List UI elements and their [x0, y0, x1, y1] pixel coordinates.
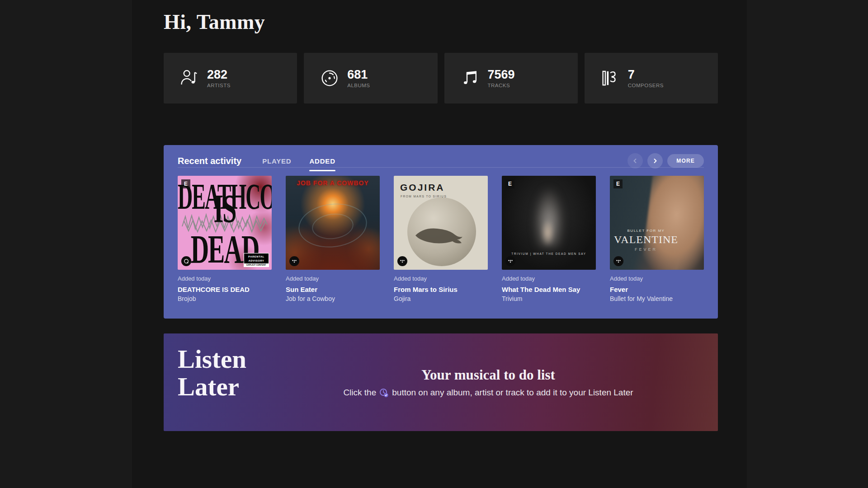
- album-title[interactable]: What The Dead Men Say: [502, 286, 596, 293]
- stat-card-tracks[interactable]: 7569 TRACKS: [444, 53, 578, 103]
- album-card[interactable]: BULLET FOR MY VALENTINE FEVER E Added to…: [610, 176, 704, 302]
- listen-later-title-line1: Listen: [178, 345, 313, 373]
- album-card[interactable]: GOJIRA FROM MARS TO SIRIUS: [394, 176, 488, 302]
- listen-later-subtitle: Click the button on any album, artist or…: [343, 388, 633, 398]
- band-logo-text: BULLET FOR MY VALENTINE FEVER: [613, 229, 679, 252]
- planet-art: [407, 197, 476, 266]
- library-stats-row: 282 ARTISTS 681 ALBUMS: [164, 53, 718, 103]
- listen-later-banner[interactable]: Listen Later Your musical to do list Cli…: [164, 333, 718, 431]
- next-page-button[interactable]: [647, 153, 663, 169]
- parental-advisory-badge: PARENTAL ADVISORY EXPLICIT CONTENT: [244, 253, 269, 267]
- album-cover-art[interactable]: JOB FOR A COWBOY: [286, 176, 380, 270]
- album-title[interactable]: Sun Eater: [286, 286, 380, 293]
- more-button[interactable]: MORE: [667, 154, 704, 168]
- listen-later-title-line2: Later: [178, 373, 313, 400]
- stat-card-albums[interactable]: 681 ALBUMS: [304, 53, 437, 103]
- recent-activity-tabs: PLAYED ADDED: [262, 157, 335, 165]
- cover-band-text: GOJIRA: [400, 182, 445, 193]
- listen-later-title-block: Listen Later: [164, 333, 313, 431]
- album-card[interactable]: JOB FOR A COWBOY Added today Sun Eater J…: [286, 176, 380, 302]
- added-albums-row: DEATHCORE IS DEAD E PARENTAL ADVISORY EX…: [178, 176, 704, 302]
- tracks-count: 7569: [488, 68, 515, 81]
- tidal-icon: [505, 256, 515, 266]
- chevron-right-icon: [651, 157, 659, 164]
- chevron-left-icon: [632, 157, 639, 164]
- artists-count: 282: [207, 68, 231, 81]
- listen-later-icon: [379, 388, 389, 398]
- added-date-label: Added today: [286, 275, 380, 282]
- explicit-badge: E: [613, 179, 623, 188]
- recent-activity-header: Recent activity PLAYED ADDED: [178, 145, 704, 161]
- composers-count: 7: [628, 68, 664, 81]
- composers-label: COMPOSERS: [628, 83, 664, 88]
- composers-icon: [601, 69, 620, 88]
- prev-page-button[interactable]: [627, 153, 643, 169]
- explicit-badge: E: [505, 179, 514, 188]
- tab-added[interactable]: ADDED: [309, 157, 335, 165]
- main-column: Hi, Tammy 282 ARTISTS: [132, 0, 747, 488]
- page-title: Hi, Tammy: [164, 0, 718, 34]
- subtitle-prefix: Click the: [343, 388, 376, 398]
- album-title[interactable]: DEATHCORE IS DEAD: [178, 286, 272, 293]
- albums-label: ALBUMS: [347, 83, 370, 88]
- recent-activity-controls: MORE: [627, 153, 704, 169]
- listen-later-info-block: Your musical to do list Click the button…: [313, 333, 718, 431]
- explicit-badge: E: [181, 179, 190, 188]
- smoke-art: [541, 219, 555, 246]
- album-cover-art[interactable]: BULLET FOR MY VALENTINE FEVER E: [610, 176, 704, 270]
- tidal-icon: [397, 256, 407, 266]
- added-date-label: Added today: [394, 275, 488, 282]
- tidal-icon: [613, 256, 623, 266]
- subtitle-suffix: button on any album, artist or track to …: [392, 388, 633, 398]
- added-date-label: Added today: [178, 275, 272, 282]
- artists-icon: [180, 69, 199, 88]
- album-card[interactable]: TRIVIUM | WHAT THE DEAD MEN SAY E Added …: [502, 176, 596, 302]
- figure-art: [641, 176, 704, 270]
- album-title[interactable]: Fever: [610, 286, 704, 293]
- album-artist[interactable]: Trivium: [502, 295, 596, 302]
- cover-band-text: JOB FOR A COWBOY: [286, 179, 380, 187]
- album-title[interactable]: From Mars to Sirius: [394, 286, 488, 293]
- tracks-icon: [461, 69, 480, 88]
- tab-played[interactable]: PLAYED: [262, 157, 291, 165]
- header-divider: [178, 167, 704, 168]
- added-date-label: Added today: [610, 275, 704, 282]
- cover-caption-text: TRIVIUM | WHAT THE DEAD MEN SAY: [502, 252, 596, 255]
- album-cover-art[interactable]: DEATHCORE IS DEAD E PARENTAL ADVISORY EX…: [178, 176, 272, 270]
- album-artist[interactable]: Gojira: [394, 295, 488, 302]
- qobuz-icon: [181, 256, 191, 266]
- album-card[interactable]: DEATHCORE IS DEAD E PARENTAL ADVISORY EX…: [178, 176, 272, 302]
- album-cover-art[interactable]: GOJIRA FROM MARS TO SIRIUS: [394, 176, 488, 270]
- stat-card-composers[interactable]: 7 COMPOSERS: [585, 53, 718, 103]
- albums-icon: [320, 69, 339, 88]
- album-cover-art[interactable]: TRIVIUM | WHAT THE DEAD MEN SAY E: [502, 176, 596, 270]
- recent-activity-panel: Recent activity PLAYED ADDED: [164, 145, 718, 319]
- listen-later-heading: Your musical to do list: [421, 367, 555, 383]
- album-artist[interactable]: Brojob: [178, 295, 272, 302]
- artists-label: ARTISTS: [207, 83, 231, 88]
- recent-activity-title: Recent activity: [178, 156, 241, 166]
- album-artist[interactable]: Job for a Cowboy: [286, 295, 380, 302]
- tracks-label: TRACKS: [488, 83, 515, 88]
- albums-count: 681: [347, 68, 370, 81]
- whale-art: [412, 224, 471, 244]
- tidal-icon: [289, 256, 299, 266]
- stat-card-artists[interactable]: 282 ARTISTS: [164, 53, 297, 103]
- album-artist[interactable]: Bullet for My Valentine: [610, 295, 704, 302]
- added-date-label: Added today: [502, 275, 596, 282]
